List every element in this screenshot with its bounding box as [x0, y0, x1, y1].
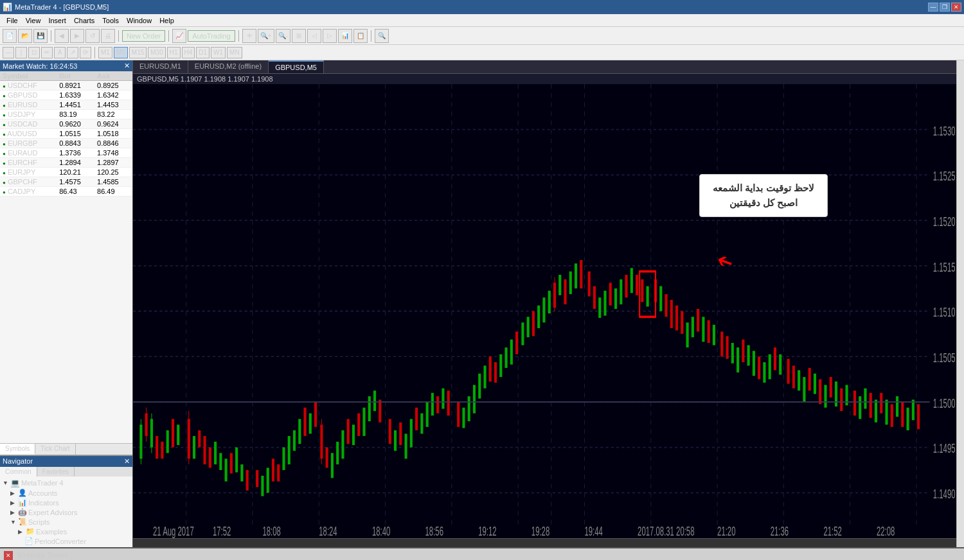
svg-rect-126 — [681, 311, 683, 334]
svg-rect-76 — [410, 419, 413, 447]
tool4[interactable]: ✏ — [41, 47, 53, 58]
svg-rect-167 — [907, 408, 909, 430]
indicator-btn[interactable]: 📊 — [338, 29, 352, 43]
tf-m5[interactable]: M5 — [114, 47, 128, 58]
svg-rect-151 — [819, 380, 821, 405]
forward-btn[interactable]: ▶ — [70, 29, 84, 43]
examples-icon: 📁 — [26, 527, 35, 536]
open-btn[interactable]: 📂 — [18, 29, 32, 43]
navigator-close[interactable]: ✕ — [124, 457, 130, 466]
market-watch-row[interactable]: ● GBPCHF 1.4575 1.4585 — [0, 177, 132, 187]
hline-tool[interactable]: | — [15, 47, 27, 58]
chart-tab-gbpusd-m5[interactable]: GBPUSD,M5 — [269, 60, 324, 73]
tf-h1[interactable]: H1 — [167, 47, 181, 58]
svg-rect-68 — [362, 408, 365, 436]
menu-tools[interactable]: Tools — [98, 15, 123, 26]
zoom-fit-btn[interactable]: ⊞ — [292, 29, 306, 43]
svg-rect-140 — [758, 356, 760, 379]
new-chart-btn[interactable]: 📄 — [3, 29, 17, 43]
svg-rect-31 — [166, 430, 169, 453]
market-watch-row[interactable]: ● EURUSD 1.4451 1.4453 — [0, 100, 132, 110]
mt4-icon: 💻 — [10, 478, 20, 487]
nav-tab-common[interactable]: Common — [0, 467, 37, 477]
restore-button[interactable]: ❐ — [940, 3, 950, 12]
tf-mn[interactable]: MN — [227, 47, 242, 58]
chart-tab-eurusd-m1[interactable]: EURUSD,M1 — [133, 60, 188, 73]
nav-accounts[interactable]: ▶ 👤 Accounts — [0, 488, 132, 498]
bottom-close-button[interactable]: ✕ — [4, 551, 13, 560]
svg-rect-98 — [532, 311, 535, 337]
minimize-button[interactable]: — — [928, 3, 938, 12]
nav-expert-advisors[interactable]: ▶ 🤖 Expert Advisors — [0, 507, 132, 517]
market-watch-row[interactable]: ● USDCHF 0.8921 0.8925 — [0, 81, 132, 91]
svg-rect-61 — [326, 448, 328, 468]
tf-d1[interactable]: D1 — [196, 47, 210, 58]
mw-bid: 1.6339 — [57, 91, 94, 100]
svg-rect-37 — [198, 430, 201, 448]
chart-main[interactable]: 1.1530 1.1525 1.1520 1.1515 1.1510 1.150… — [133, 84, 956, 538]
market-watch-row[interactable]: ● USDCAD 0.9620 0.9624 — [0, 119, 132, 129]
nav-examples[interactable]: ▶ 📁 Examples — [0, 527, 132, 536]
tpl-btn[interactable]: 📋 — [353, 29, 368, 43]
chart-area: EURUSD,M1 EURUSD,M2 (offline) GBPUSD,M5 … — [133, 60, 956, 547]
market-watch-row[interactable]: ● EURCHF 1.2894 1.2897 — [0, 158, 132, 168]
new-order-button[interactable]: New Order — [122, 30, 165, 42]
nav-indicators[interactable]: ▶ 📊 Indicators — [0, 498, 132, 507]
tf-m1[interactable]: M1 — [98, 47, 112, 58]
svg-rect-130 — [702, 317, 704, 342]
tool3[interactable]: ⊡ — [28, 47, 40, 58]
tab-tick-chart[interactable]: Tick Chart — [35, 444, 75, 455]
svg-rect-81 — [436, 396, 439, 414]
refresh-btn[interactable]: ↺ — [85, 29, 100, 43]
nav-scripts[interactable]: ▼ 📜 Scripts — [0, 517, 132, 527]
autotrading-button[interactable]: AutoTrading — [188, 30, 235, 42]
menu-help[interactable]: Help — [156, 15, 178, 26]
menu-window[interactable]: Window — [123, 15, 156, 26]
nav-period-converter[interactable]: 📄 PeriodConverter — [0, 536, 132, 546]
tf-m15[interactable]: M15 — [129, 47, 147, 58]
tab-symbols[interactable]: Symbols — [0, 444, 35, 455]
tf-h4[interactable]: H4 — [182, 47, 195, 58]
svg-rect-90 — [489, 356, 492, 381]
tool6[interactable]: ↗ — [67, 47, 78, 58]
tf-w1[interactable]: W1 — [211, 47, 226, 58]
crosshair-btn[interactable]: ✛ — [242, 29, 256, 43]
menu-file[interactable]: File — [3, 15, 22, 26]
print-btn[interactable]: 🖨 — [101, 29, 115, 43]
nav-metatrader4[interactable]: ▼ 💻 MetaTrader 4 — [0, 478, 132, 488]
market-watch-row[interactable]: ● EURJPY 120.21 120.25 — [0, 168, 132, 177]
menu-charts[interactable]: Charts — [70, 15, 98, 26]
market-watch-row[interactable]: ● GBPUSD 1.6339 1.6342 — [0, 91, 132, 100]
close-button[interactable]: ✕ — [951, 3, 961, 12]
tool7[interactable]: ⟳ — [80, 47, 91, 58]
back-btn[interactable]: ◀ — [55, 29, 69, 43]
search-btn[interactable]: 🔍 — [375, 29, 389, 43]
market-watch-row[interactable]: ● AUDUSD 1.0515 1.0518 — [0, 129, 132, 139]
market-watch-row[interactable]: ● CADJPY 86.43 86.49 — [0, 187, 132, 197]
expand-scripts: ▼ — [10, 519, 17, 525]
chart-btn1[interactable]: 📈 — [172, 29, 186, 43]
market-watch-row[interactable]: ● USDJPY 83.19 83.22 — [0, 110, 132, 119]
save-btn[interactable]: 💾 — [33, 29, 48, 43]
mw-symbol: ● USDJPY — [0, 110, 57, 119]
scroll-btn[interactable]: ◁ — [307, 29, 321, 43]
market-watch-row[interactable]: ● EURAUD 1.3736 1.3748 — [0, 148, 132, 158]
market-watch-row[interactable]: ● EURGBP 0.8843 0.8846 — [0, 139, 132, 148]
mw-bid: 120.21 — [57, 168, 94, 177]
menu-view[interactable]: View — [22, 15, 45, 26]
market-watch-close[interactable]: ✕ — [124, 62, 130, 70]
svg-rect-118 — [636, 275, 638, 295]
chart-tab-eurusd-m2[interactable]: EURUSD,M2 (offline) — [188, 60, 269, 73]
line-tool[interactable]: — — [3, 47, 14, 58]
mw-ask: 1.4453 — [94, 100, 132, 110]
tool5[interactable]: A — [54, 47, 66, 58]
nav-tab-favorites[interactable]: Favorites — [37, 467, 75, 477]
svg-text:21:20: 21:20 — [717, 525, 736, 538]
svg-text:1.1500: 1.1500 — [933, 397, 956, 410]
tf-m30[interactable]: M30 — [148, 47, 165, 58]
zoomin-btn[interactable]: 🔍+ — [258, 29, 274, 43]
period-sep-btn[interactable]: ▷ — [323, 29, 337, 43]
chart-scrollbar[interactable] — [133, 538, 956, 547]
menu-insert[interactable]: Insert — [44, 15, 70, 26]
zoomout-btn[interactable]: 🔍- — [276, 29, 290, 43]
